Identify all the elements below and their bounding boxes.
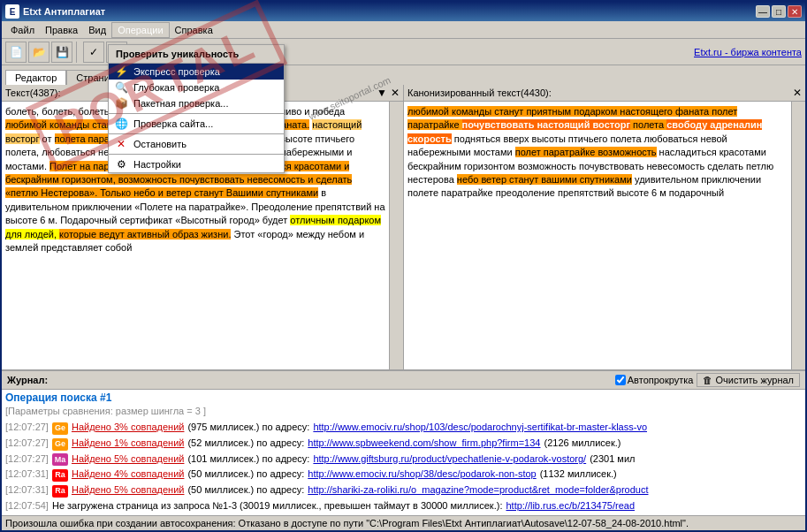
log-found[interactable]: Найдено 5% совпадений [72, 452, 185, 467]
packet-icon: 📦 [114, 96, 128, 110]
maximize-button[interactable]: □ [772, 5, 786, 18]
status-bar: Произошла ошибка при создании автосохран… [2, 515, 805, 530]
check-button[interactable]: ✓ [83, 42, 104, 63]
log-found[interactable]: Найдено 4% совпадений [72, 467, 185, 482]
log-text: Не загружена страница из запроса №1-3 (3… [52, 498, 503, 513]
menu-view[interactable]: Вид [83, 23, 111, 37]
dropdown-site[interactable]: 🌐 Проверка сайта... [109, 116, 284, 132]
dropdown-sep-3 [109, 154, 284, 155]
log-time: [12:07:27] [5, 452, 49, 467]
log-badge: Ra [52, 469, 68, 482]
log-url[interactable]: http://www.spbweekend.com/show_firm.php?… [308, 436, 540, 451]
menu-file[interactable]: Файл [5, 23, 40, 37]
minimize-button[interactable]: — [756, 5, 770, 18]
log-found[interactable]: Найдено 1% совпадений [72, 436, 185, 451]
right-panel-content[interactable]: любимой команды станут приятным подарком… [404, 102, 791, 369]
menu-bar: Файл Правка Вид Операции Справка [2, 21, 805, 39]
dropdown-header: Проверить уникальность [109, 45, 284, 64]
log-entry: [12:07:31] Ra Найдено 5% совпадений (50 … [5, 483, 802, 498]
dropdown-sep-2 [109, 133, 284, 134]
status-text: Произошла ошибка при создании автосохран… [5, 518, 689, 528]
site-icon: 🌐 [114, 117, 128, 131]
right-panel: Канонизированный текст(4430): ✕ любимой … [404, 85, 805, 369]
right-panel-header: Канонизированный текст(4430): ✕ [404, 85, 805, 102]
stop-icon: ✕ [114, 137, 128, 151]
left-panel-title: Текст(4387): [5, 87, 61, 98]
log-timing: (101 миллисек.) по адресу: [187, 452, 309, 467]
deep-icon: 🔍 [114, 80, 128, 95]
log-extra: (2301 мил [590, 452, 635, 467]
dropdown-packet[interactable]: 📦 Пакетная проверка... [109, 95, 284, 111]
menu-help[interactable]: Справка [170, 23, 218, 37]
clear-log-button[interactable]: 🗑 Очистить журнал [697, 373, 800, 387]
log-label: Журнал: [7, 375, 48, 385]
toolbar-sep-1 [76, 42, 80, 63]
log-timing: (52 миллисек.) по адресу: [187, 436, 304, 451]
save-button[interactable]: 💾 [51, 42, 72, 63]
log-header: Журнал: Автопрокрутка 🗑 Очистить журнал [2, 371, 805, 390]
log-url[interactable]: http://www.giftsburg.ru/product/vpechatl… [313, 452, 586, 467]
autoscroll-label[interactable]: Автопрокрутка [615, 375, 694, 385]
log-content[interactable]: Операция поиска #1 [Параметры сравнения:… [2, 390, 805, 515]
dropdown-stop[interactable]: ✕ Остановить [109, 136, 284, 152]
window-title: Etxt Антиплагиат [23, 6, 756, 17]
log-timing: (50 миллисек.) по адресу: [187, 483, 304, 498]
left-panel-icon1: ▼ [377, 87, 387, 99]
log-entry: [12:07:27] Ge Найдено 1% совпадений (52 … [5, 436, 802, 451]
log-controls: Автопрокрутка 🗑 Очистить журнал [615, 373, 800, 387]
log-time: [12:07:54] [5, 498, 49, 513]
log-entry: [12:07:27] Ma Найдено 5% совпадений (101… [5, 452, 802, 467]
log-badge: Ma [52, 453, 68, 466]
settings-icon: ⚙ [114, 157, 128, 171]
log-time: [12:07:31] [5, 483, 49, 498]
log-extra: (1132 миллисек.) [540, 467, 617, 482]
log-time: [12:07:27] [5, 420, 49, 435]
log-operation-title: Операция поиска #1 [5, 391, 802, 404]
log-time: [12:07:27] [5, 436, 49, 451]
log-params: [Параметры сравнения: размер шингла = 3 … [5, 406, 802, 416]
right-panel-title: Канонизированный текст(4430): [407, 87, 552, 98]
log-badge: Ge [52, 438, 68, 451]
log-entry: [12:07:31] Ra Найдено 4% совпадений (50 … [5, 467, 802, 482]
menu-edit[interactable]: Правка [40, 23, 83, 37]
right-scrollbar[interactable] [791, 102, 805, 369]
log-badge: Ra [52, 485, 68, 498]
log-entry: [12:07:54] Не загружена страница из запр… [5, 498, 802, 513]
log-time: [12:07:31] [5, 467, 49, 482]
new-button[interactable]: 📄 [5, 42, 27, 63]
log-timing: (50 миллисек.) по адресу: [187, 467, 304, 482]
right-panel-content-wrap: любимой команды станут приятным подарком… [404, 102, 805, 369]
autoscroll-checkbox[interactable] [615, 375, 626, 385]
log-area: Журнал: Автопрокрутка 🗑 Очистить журнал … [2, 369, 805, 515]
log-extra: (2126 миллисек.) [544, 436, 620, 451]
window-controls: — □ ✕ [756, 5, 802, 18]
log-found[interactable]: Найдено 3% совпадений [72, 420, 185, 435]
log-url[interactable]: http://shariki-za-roliki.ru/o_magazine?m… [308, 483, 648, 498]
menu-operations[interactable]: Операции [111, 22, 169, 38]
left-scrollbar[interactable] [389, 102, 403, 369]
close-button[interactable]: ✕ [788, 5, 802, 18]
log-badge: Ge [52, 422, 68, 435]
log-url[interactable]: http://lib.rus.ec/b/213475/read [506, 498, 635, 513]
eraser-icon: 🗑 [703, 375, 712, 385]
dropdown-deep[interactable]: 🔍 Глубокая проверка [109, 80, 284, 95]
dropdown-sep-1 [109, 113, 284, 114]
dropdown-settings[interactable]: ⚙ Настройки [109, 156, 284, 172]
tab-editor[interactable]: Редактор [5, 70, 66, 85]
log-url[interactable]: http://www.emociv.ru/shop/103/desc/podar… [313, 420, 647, 435]
log-url[interactable]: http://www.emociv.ru/shop/38/desc/podaro… [308, 467, 536, 482]
log-found[interactable]: Найдено 5% совпадений [72, 483, 185, 498]
right-panel-close[interactable]: ✕ [793, 87, 802, 99]
etxt-link[interactable]: Etxt.ru - биржа контента [694, 47, 802, 57]
dropdown-menu: Проверить уникальность ⚡ Экспресс провер… [108, 44, 285, 173]
log-timing: (975 миллисек.) по адресу: [187, 420, 309, 435]
dropdown-express[interactable]: ⚡ Экспресс проверка [109, 64, 284, 80]
express-icon: ⚡ [114, 65, 128, 79]
open-button[interactable]: 📂 [28, 42, 49, 63]
app-icon: E [5, 4, 19, 19]
title-bar: E Etxt Антиплагиат — □ ✕ [2, 2, 805, 21]
log-entry: [12:07:27] Ge Найдено 3% совпадений (975… [5, 420, 802, 435]
left-panel-close[interactable]: ✕ [391, 87, 400, 99]
